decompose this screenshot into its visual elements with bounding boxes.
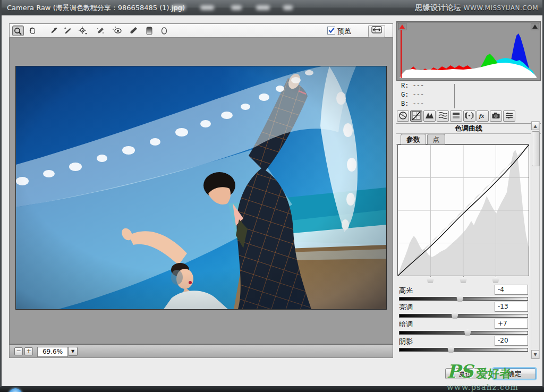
slider-thumb[interactable] (447, 346, 455, 353)
highlight-clipping-warning-icon[interactable] (531, 23, 539, 30)
slider-track[interactable] (399, 297, 528, 301)
blurred-menu-item (231, 5, 242, 10)
slider-value-field[interactable]: -4 (495, 285, 528, 295)
slider-track[interactable] (399, 348, 528, 352)
window-title: Camera Raw (海景调色教程分享：986658485 (1).jpg) (7, 0, 185, 15)
blurred-menu-item (200, 5, 214, 10)
site-watermark: 思缘设计论坛 WWW.MISSYUAN.COM (415, 0, 538, 16)
preview-label: 预览 (337, 27, 351, 35)
zoom-dropdown-button[interactable]: ▼ (68, 347, 78, 356)
adjustment-brush-tool-icon[interactable] (128, 25, 139, 36)
tab-point[interactable]: 点 (427, 134, 445, 144)
effects-tab-icon[interactable]: fx (477, 110, 489, 122)
toggle-fullscreen-icon[interactable] (368, 25, 385, 38)
preview-checkbox[interactable] (327, 27, 335, 35)
image-canvas[interactable] (9, 38, 393, 344)
slider-thumb[interactable] (456, 295, 464, 302)
site-name: 思缘设计论坛 (415, 3, 461, 12)
slider-track[interactable] (399, 331, 528, 335)
slider-track[interactable] (399, 314, 528, 318)
midtone-split-handle[interactable] (459, 277, 468, 283)
lens-corrections-tab-icon[interactable] (463, 110, 475, 122)
ok-button[interactable]: 确定 (493, 368, 536, 379)
presets-tab-icon[interactable] (503, 110, 515, 122)
preview-control: 预览 (327, 27, 351, 35)
tool-bar: 预览 (9, 23, 393, 38)
scroll-down-icon[interactable]: ▼ (531, 350, 539, 359)
slider-label: 亮调 (399, 303, 413, 312)
hsl-grayscale-tab-icon[interactable] (437, 110, 449, 122)
targeted-adjustment-tool-icon[interactable] (78, 25, 89, 36)
histogram (396, 21, 541, 81)
tab-parametric[interactable]: 参数 (401, 134, 426, 144)
detail-tab-icon[interactable] (423, 110, 436, 122)
rgb-readout-b: B: --- (401, 100, 475, 109)
slider-value-field[interactable]: -20 (495, 336, 528, 346)
dialog-body: 预览 (2, 15, 542, 386)
readout-divider (454, 84, 455, 108)
highlight-split-handle[interactable] (491, 277, 500, 283)
scroll-up-icon[interactable]: ▲ (531, 122, 539, 130)
slider-label: 阴影 (399, 337, 413, 346)
zoom-in-button[interactable]: + (24, 347, 33, 355)
white-balance-tool-icon[interactable] (48, 25, 60, 36)
basic-tab-icon[interactable] (397, 110, 409, 122)
slider-thumb[interactable] (464, 329, 472, 336)
slider-value-field[interactable]: -13 (495, 302, 528, 312)
camera-calibration-tab-icon[interactable] (490, 110, 502, 122)
spot-removal-tool-icon[interactable] (95, 25, 106, 36)
zoom-bar: − + 69.6% ▼ (9, 344, 393, 358)
panel-scrollbar[interactable]: ▲ ▼ (531, 121, 540, 359)
graduated-filter-tool-icon[interactable] (143, 25, 155, 36)
blurred-menu-item (172, 5, 185, 10)
scrollbar-thumb[interactable] (532, 131, 540, 166)
panel-header: 色调曲线 (396, 123, 541, 134)
rgb-readout-r: R: --- (401, 82, 475, 91)
slider-label: 暗调 (399, 320, 413, 329)
slider-row-highlights: 高光 -4 (398, 286, 529, 303)
slider-row-darks: 暗调 +7 (398, 320, 529, 337)
tone-curve-graph[interactable] (397, 144, 529, 276)
taskbar[interactable] (0, 387, 544, 392)
panel-title: 色调曲线 (455, 124, 482, 132)
hand-tool-icon[interactable] (27, 25, 38, 36)
zoom-level-field[interactable]: 69.6% (37, 347, 68, 357)
red-eye-tool-icon[interactable] (112, 25, 123, 36)
slider-label: 高光 (399, 286, 413, 295)
slider-row-lights: 亮调 -13 (398, 303, 529, 320)
site-url: WWW.MISSYUAN.COM (464, 4, 538, 12)
start-orb-icon[interactable] (8, 388, 22, 392)
camera-raw-dialog: Camera Raw (海景调色教程分享：986658485 (1).jpg) … (0, 0, 544, 388)
slider-value-field[interactable]: +7 (495, 319, 528, 329)
blurred-menu-item (256, 5, 270, 10)
svg-text:fx: fx (479, 113, 484, 119)
slider-row-shadows: 阴影 -20 (398, 337, 529, 354)
zoom-tool-icon[interactable] (12, 25, 24, 36)
title-bar[interactable]: Camera Raw (海景调色教程分享：986658485 (1).jpg) … (2, 0, 542, 15)
tone-curve-tab-icon[interactable] (410, 110, 422, 122)
split-toning-tab-icon[interactable] (450, 110, 462, 122)
zoom-out-button[interactable]: − (14, 347, 23, 355)
shadow-clipping-warning-icon[interactable] (398, 23, 406, 30)
shadow-split-handle[interactable] (426, 277, 435, 283)
blurred-menu-item (283, 5, 293, 10)
color-sampler-tool-icon[interactable] (62, 25, 73, 36)
reset-button[interactable]: 复位 (445, 368, 486, 379)
photo-preview[interactable] (16, 66, 386, 309)
radial-filter-tool-icon[interactable] (158, 25, 170, 36)
rgb-readout-g: G: --- (401, 91, 475, 100)
slider-thumb[interactable] (451, 312, 459, 319)
